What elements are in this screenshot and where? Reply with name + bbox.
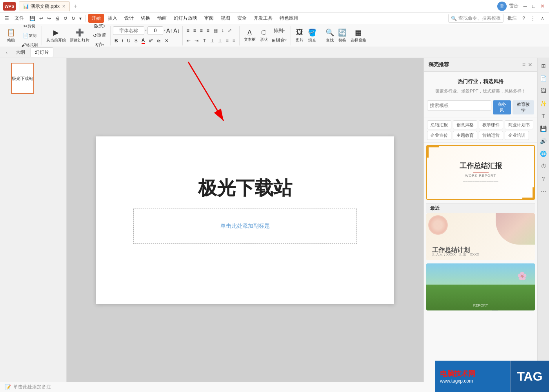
sidebar-icon-image[interactable]: 🖼 — [539, 86, 548, 96]
tag-business-plan[interactable]: 商业计划书 — [505, 120, 533, 129]
align-top-button[interactable]: ⊤ — [201, 36, 208, 45]
undo-button[interactable]: ↩ — [38, 14, 45, 23]
sidebar-icon-more[interactable]: ⋯ — [539, 187, 548, 196]
underline-button[interactable]: U — [125, 36, 132, 45]
template-search-btn-edu[interactable]: 教育教学 — [513, 100, 534, 114]
tag-theme-edu[interactable]: 主题教育 — [453, 131, 477, 140]
menu-item-features[interactable]: 特色应用 — [276, 14, 302, 23]
justify-button[interactable]: ≡ — [205, 26, 211, 35]
template-card-3[interactable]: 🌸 工作汇报 REPORT — [426, 263, 535, 310]
menu-item-review[interactable]: 审阅 — [201, 14, 217, 23]
bold-button[interactable]: B — [113, 36, 120, 45]
template-search-btn-bizz[interactable]: 商务风 — [493, 100, 511, 114]
menu-item-devtools[interactable]: 开发工具 — [251, 14, 276, 23]
tab-outline[interactable]: 大纲 — [12, 48, 29, 57]
save-button[interactable]: 💾 — [28, 14, 37, 23]
copy-button[interactable]: 📄 复制 — [20, 31, 39, 40]
tag-enterprise-promo[interactable]: 企业宣传 — [427, 131, 451, 140]
search-templates-input[interactable]: 🔍 查找命令、搜索模板 — [448, 14, 504, 23]
font-name-input[interactable] — [113, 26, 144, 35]
tab-slides[interactable]: 幻灯片 — [31, 47, 53, 57]
collapse-button[interactable]: ∧ — [539, 15, 546, 22]
more-undo-button[interactable]: ▾ — [78, 14, 83, 23]
superscript-button[interactable]: x² — [147, 36, 154, 45]
template-search-input[interactable] — [427, 100, 491, 111]
text-direction-button[interactable]: ⤢ — [226, 26, 233, 35]
right-panel-close-icon[interactable]: ✕ — [528, 62, 533, 68]
right-panel-list-icon[interactable]: ≡ — [522, 62, 525, 68]
hamburger-menu-button[interactable]: ☰ — [3, 14, 11, 23]
tab-close-button[interactable]: ✕ — [62, 4, 65, 9]
cut-button[interactable]: ✂ 剪切 — [20, 24, 39, 31]
comment-button[interactable]: 批注 — [506, 14, 518, 22]
play-from-current-button[interactable]: ▶ 从当前开始 — [44, 27, 68, 44]
sidebar-icon-ai[interactable]: ✨ — [539, 99, 548, 108]
tag-training[interactable]: 企业培训 — [505, 131, 529, 140]
slide-title[interactable]: 极光下载站 — [198, 176, 292, 201]
help-button[interactable]: ? — [521, 15, 527, 22]
sidebar-icon-save[interactable]: 💾 — [539, 124, 548, 133]
line-height-button[interactable]: ↕ — [220, 26, 225, 35]
redo-button[interactable]: ↪ — [45, 14, 53, 23]
strikethrough-button[interactable]: S — [133, 36, 139, 45]
select-pane-button[interactable]: ▦ 选择窗格 — [349, 27, 368, 44]
sidebar-icon-globe[interactable]: 🌐 — [539, 149, 548, 158]
tag-teaching[interactable]: 教学课件 — [479, 120, 503, 129]
find-button[interactable]: 🔍 查找 — [324, 27, 336, 44]
clear-format-button[interactable]: ✕ — [163, 36, 170, 45]
menu-item-animation[interactable]: 动画 — [154, 14, 170, 23]
tag-summary[interactable]: 总结汇报 — [427, 120, 451, 129]
font-size-input[interactable] — [147, 26, 163, 35]
slide-subtitle[interactable]: 单击此处添加副标题 — [133, 209, 357, 244]
template-card-2[interactable]: 工作总结计划 汇入人：XXXX 汇出：XXXX — [426, 213, 535, 260]
minimize-button[interactable]: ─ — [522, 3, 529, 10]
font-increase-button[interactable]: A↑ — [166, 27, 173, 34]
group-button[interactable]: ⊞ 组合 ▾ — [270, 36, 288, 45]
redo2-button[interactable]: ↻ — [70, 14, 77, 23]
align-middle-button[interactable]: ⊥ — [209, 36, 216, 45]
file-tab[interactable]: 📊 演示文稿.pptx ✕ — [19, 1, 70, 11]
align-center-button[interactable]: ≡ — [192, 26, 198, 35]
paste-button[interactable]: 📋 粘贴 — [2, 27, 20, 44]
tag-creative[interactable]: 创意风格 — [453, 120, 477, 129]
align-right-button[interactable]: ≡ — [198, 26, 204, 35]
menu-item-start[interactable]: 开始 — [88, 14, 104, 23]
font-color-button[interactable]: A — [140, 36, 147, 45]
sidebar-icon-text[interactable]: T — [539, 111, 548, 121]
more-options-button[interactable]: ⋮ — [529, 15, 537, 22]
list-button[interactable]: ≡ — [224, 36, 230, 45]
menu-item-slideshow[interactable]: 幻灯片放映 — [171, 14, 200, 23]
align-left-button[interactable]: ≡ — [185, 26, 191, 35]
sidebar-icon-sound[interactable]: 🔊 — [539, 136, 548, 146]
text-box-button[interactable]: A̲ 文本框 — [242, 27, 258, 44]
sidebar-icon-template[interactable]: 📄 — [539, 74, 548, 83]
menu-item-security[interactable]: 安全 — [234, 14, 250, 23]
columns-button[interactable]: ▦ — [212, 26, 219, 35]
maximize-button[interactable]: □ — [530, 3, 537, 10]
sidebar-icon-help[interactable]: ? — [539, 174, 548, 183]
prev-slide-button[interactable]: ‹ — [3, 49, 10, 56]
undo2-button[interactable]: ↺ — [62, 14, 69, 23]
new-slide-button[interactable]: ➕ 新建幻灯片 — [68, 27, 91, 44]
slide-thumbnail[interactable]: 极光下载站 — [11, 63, 34, 94]
italic-button[interactable]: I — [120, 36, 125, 45]
menu-item-transition[interactable]: 切换 — [138, 14, 153, 23]
arrange-button[interactable]: 排列 ▾ — [270, 27, 288, 35]
close-button[interactable]: ✕ — [539, 3, 546, 10]
section-button[interactable]: § 节 ▾ — [91, 41, 108, 47]
menu-item-design[interactable]: 设计 — [121, 14, 137, 23]
menu-item-insert[interactable]: 插入 — [105, 14, 120, 23]
decrease-indent-button[interactable]: ⇤ — [185, 36, 192, 45]
sidebar-icon-expand[interactable]: ⊞ — [539, 61, 548, 71]
picture-button[interactable]: 🖼 图片 — [293, 27, 306, 44]
template-card-1[interactable]: 工作总结汇报 WORK REPORT ━━━━━━━━━━━━━━━ — [426, 145, 535, 200]
subscript-button[interactable]: x₂ — [155, 36, 162, 45]
tag-marketing[interactable]: 营销运营 — [479, 131, 503, 140]
replace-button[interactable]: 🔄 替换 — [336, 27, 349, 44]
layout-button[interactable]: 版式 ▾ — [91, 24, 108, 31]
print-button[interactable]: 🖨 — [53, 14, 61, 23]
number-list-button[interactable]: ≡ — [231, 36, 237, 45]
shape-button[interactable]: ⬡ 形状 — [258, 27, 270, 44]
sidebar-icon-clock[interactable]: ⏱ — [539, 162, 548, 171]
new-tab-button[interactable]: + — [71, 2, 80, 11]
